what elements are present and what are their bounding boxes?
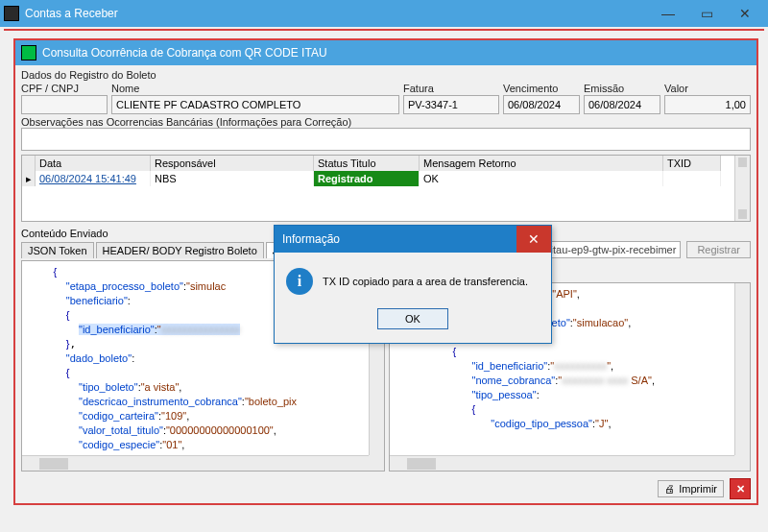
grid-scrollbar[interactable] (734, 156, 750, 221)
hscrollbar[interactable] (390, 455, 734, 471)
close-inner-button[interactable]: ✕ (730, 478, 751, 499)
cell-responsavel: NBS (151, 171, 314, 186)
dialog-close-button[interactable]: ✕ (516, 226, 551, 253)
input-nome[interactable] (111, 95, 399, 114)
label-nome: Nome (111, 83, 399, 94)
outer-title-bar: Contas a Receber — ▭ ✕ (0, 0, 768, 27)
registro-title: Dados do Registro do Boleto (21, 67, 751, 83)
input-valor[interactable] (664, 95, 751, 114)
cell-status: Registrado (314, 171, 420, 186)
inner-app-icon (21, 45, 36, 60)
row-indicator-icon: ▸ (22, 171, 36, 186)
imprimir-label: Imprimir (679, 483, 717, 495)
registro-group: Dados do Registro do Boleto CPF / CNPJ N… (21, 67, 751, 151)
obs-label: Observações nas Ocorrencias Bancárias (I… (21, 116, 751, 128)
inner-title-bar: Consulta Ocorrência de Cobrança com QR C… (15, 40, 756, 65)
input-emissao[interactable] (584, 95, 660, 114)
input-fatura[interactable] (403, 95, 499, 114)
inner-title: Consulta Ocorrência de Cobrança com QR C… (42, 46, 327, 60)
grid-header: Data Responsável Status Titulo Mensagem … (22, 156, 750, 171)
vscrollbar[interactable] (734, 283, 750, 455)
dialog-title-bar: Informação ✕ (275, 226, 551, 253)
cell-txid (663, 171, 721, 186)
table-row[interactable]: ▸ 06/08/2024 15:41:49 NBS Registrado OK (22, 171, 750, 186)
input-vencimento[interactable] (503, 95, 580, 114)
label-fatura: Fatura (403, 83, 499, 94)
col-status[interactable]: Status Titulo (314, 156, 420, 171)
cell-mensagem: OK (420, 171, 663, 186)
separator (4, 29, 764, 31)
cell-data: 06/08/2024 15:41:49 (36, 171, 151, 186)
app-icon (4, 6, 19, 21)
dialog-title: Informação (275, 232, 516, 246)
maximize-button[interactable]: ▭ (687, 1, 726, 26)
ok-button[interactable]: OK (377, 308, 448, 329)
input-cpf[interactable] (21, 95, 108, 114)
registrar-button[interactable]: Registrar (686, 241, 751, 258)
label-vencimento: Vencimento (503, 83, 580, 94)
col-txid[interactable]: TXID (663, 156, 721, 171)
label-valor: Valor (664, 83, 751, 94)
col-mensagem[interactable]: Mensagem Retorno (420, 156, 663, 171)
info-dialog: Informação ✕ i TX ID copiado para a area… (274, 225, 552, 344)
occurrences-grid: Data Responsável Status Titulo Mensagem … (21, 155, 751, 222)
col-responsavel[interactable]: Responsável (151, 156, 314, 171)
info-icon: i (286, 268, 313, 295)
imprimir-button[interactable]: 🖨 Imprimir (658, 480, 724, 497)
col-data[interactable]: Data (36, 156, 151, 171)
obs-area[interactable] (21, 128, 751, 151)
hscrollbar[interactable] (22, 455, 369, 471)
label-cpf: CPF / CNPJ (21, 83, 108, 94)
minimize-button[interactable]: — (649, 1, 687, 26)
dialog-message: TX ID copiado para a area de transferenc… (323, 276, 528, 287)
label-emissao: Emissão (584, 83, 660, 94)
tab-header-body[interactable]: HEADER/ BODY Registro Boleto (96, 242, 264, 258)
tab-json-token[interactable]: JSON Token (21, 242, 94, 258)
close-button[interactable]: ✕ (726, 1, 764, 26)
printer-icon: 🖨 (664, 483, 675, 495)
outer-title: Contas a Receber (25, 7, 118, 20)
